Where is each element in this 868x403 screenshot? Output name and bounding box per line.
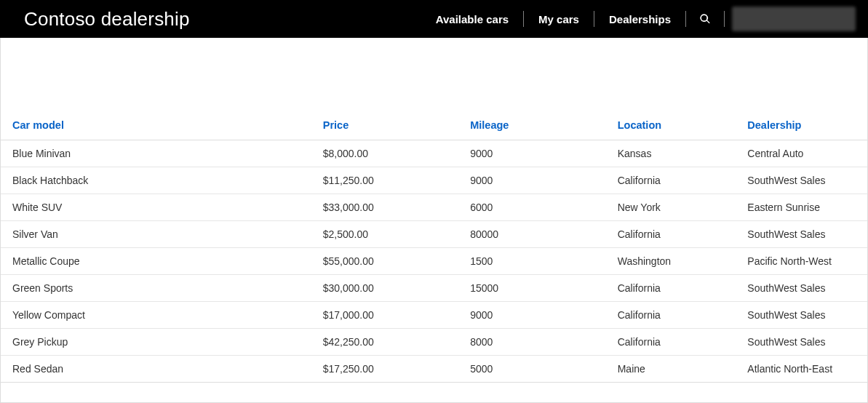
content-area: Car model Price Mileage Location Dealers… bbox=[0, 38, 868, 403]
cell-car-model: Yellow Compact bbox=[1, 302, 313, 329]
cell-dealership: Atlantic North-East bbox=[737, 356, 867, 383]
cell-car-model: Silver Van bbox=[1, 221, 313, 248]
search-icon bbox=[699, 13, 711, 25]
cell-price: $2,500.00 bbox=[313, 221, 460, 248]
cell-price: $8,000.00 bbox=[313, 140, 460, 167]
cell-car-model: Black Hatchback bbox=[1, 167, 313, 194]
cell-mileage: 9000 bbox=[460, 167, 607, 194]
column-car-model[interactable]: Car model bbox=[1, 111, 313, 140]
cell-price: $11,250.00 bbox=[313, 167, 460, 194]
cell-price: $33,000.00 bbox=[313, 194, 460, 221]
cell-price: $55,000.00 bbox=[313, 248, 460, 275]
cell-mileage: 1500 bbox=[460, 248, 607, 275]
table-row[interactable]: Silver Van$2,500.0080000CaliforniaSouthW… bbox=[1, 221, 867, 248]
site-title[interactable]: Contoso dealership bbox=[24, 8, 190, 31]
table-row[interactable]: Grey Pickup$42,250.008000CaliforniaSouth… bbox=[1, 329, 867, 356]
cell-price: $30,000.00 bbox=[313, 275, 460, 302]
table-row[interactable]: White SUV$33,000.006000New YorkEastern S… bbox=[1, 194, 867, 221]
search-button[interactable] bbox=[686, 9, 724, 29]
cell-dealership: SouthWest Sales bbox=[737, 302, 867, 329]
table-row[interactable]: Green Sports$30,000.0015000CaliforniaSou… bbox=[1, 275, 867, 302]
cell-dealership: SouthWest Sales bbox=[737, 275, 867, 302]
cell-car-model: Green Sports bbox=[1, 275, 313, 302]
cell-location: California bbox=[608, 167, 738, 194]
cell-car-model: White SUV bbox=[1, 194, 313, 221]
cell-dealership: SouthWest Sales bbox=[737, 167, 867, 194]
cell-mileage: 9000 bbox=[460, 140, 607, 167]
cell-dealership: SouthWest Sales bbox=[737, 329, 867, 356]
cell-mileage: 9000 bbox=[460, 302, 607, 329]
top-nav: Available cars My cars Dealerships bbox=[421, 1, 856, 37]
header-bar: Contoso dealership Available cars My car… bbox=[0, 0, 868, 38]
cell-mileage: 6000 bbox=[460, 194, 607, 221]
cell-mileage: 15000 bbox=[460, 275, 607, 302]
cell-price: $17,250.00 bbox=[313, 356, 460, 383]
cars-table: Car model Price Mileage Location Dealers… bbox=[1, 111, 867, 383]
table-row[interactable]: Metallic Coupe$55,000.001500WashingtonPa… bbox=[1, 248, 867, 275]
cell-mileage: 80000 bbox=[460, 221, 607, 248]
cell-dealership: Eastern Sunrise bbox=[737, 194, 867, 221]
table-row[interactable]: Red Sedan$17,250.005000MaineAtlantic Nor… bbox=[1, 356, 867, 383]
cell-location: Washington bbox=[608, 248, 738, 275]
cell-car-model: Grey Pickup bbox=[1, 329, 313, 356]
nav-dealerships[interactable]: Dealerships bbox=[594, 9, 685, 29]
cell-mileage: 5000 bbox=[460, 356, 607, 383]
nav-divider bbox=[724, 11, 725, 27]
column-mileage[interactable]: Mileage bbox=[460, 111, 607, 140]
column-price[interactable]: Price bbox=[313, 111, 460, 140]
table-row[interactable]: Black Hatchback$11,250.009000CaliforniaS… bbox=[1, 167, 867, 194]
user-menu[interactable] bbox=[732, 7, 856, 31]
column-location[interactable]: Location bbox=[608, 111, 738, 140]
table-row[interactable]: Yellow Compact$17,000.009000CaliforniaSo… bbox=[1, 302, 867, 329]
cell-dealership: SouthWest Sales bbox=[737, 221, 867, 248]
cell-location: Maine bbox=[608, 356, 738, 383]
cell-location: Kansas bbox=[608, 140, 738, 167]
cell-location: California bbox=[608, 221, 738, 248]
cell-dealership: Central Auto bbox=[737, 140, 867, 167]
cell-location: California bbox=[608, 302, 738, 329]
table-row[interactable]: Blue Minivan$8,000.009000KansasCentral A… bbox=[1, 140, 867, 167]
cell-car-model: Metallic Coupe bbox=[1, 248, 313, 275]
spacer bbox=[1, 38, 867, 111]
nav-my-cars[interactable]: My cars bbox=[524, 9, 594, 29]
cell-price: $17,000.00 bbox=[313, 302, 460, 329]
cell-location: California bbox=[608, 275, 738, 302]
column-dealership[interactable]: Dealership bbox=[737, 111, 867, 140]
cell-mileage: 8000 bbox=[460, 329, 607, 356]
cell-dealership: Pacific North-West bbox=[737, 248, 867, 275]
cell-location: New York bbox=[608, 194, 738, 221]
cell-car-model: Red Sedan bbox=[1, 356, 313, 383]
table-header-row: Car model Price Mileage Location Dealers… bbox=[1, 111, 867, 140]
cell-car-model: Blue Minivan bbox=[1, 140, 313, 167]
cell-price: $42,250.00 bbox=[313, 329, 460, 356]
nav-available-cars[interactable]: Available cars bbox=[421, 9, 523, 29]
cell-location: California bbox=[608, 329, 738, 356]
